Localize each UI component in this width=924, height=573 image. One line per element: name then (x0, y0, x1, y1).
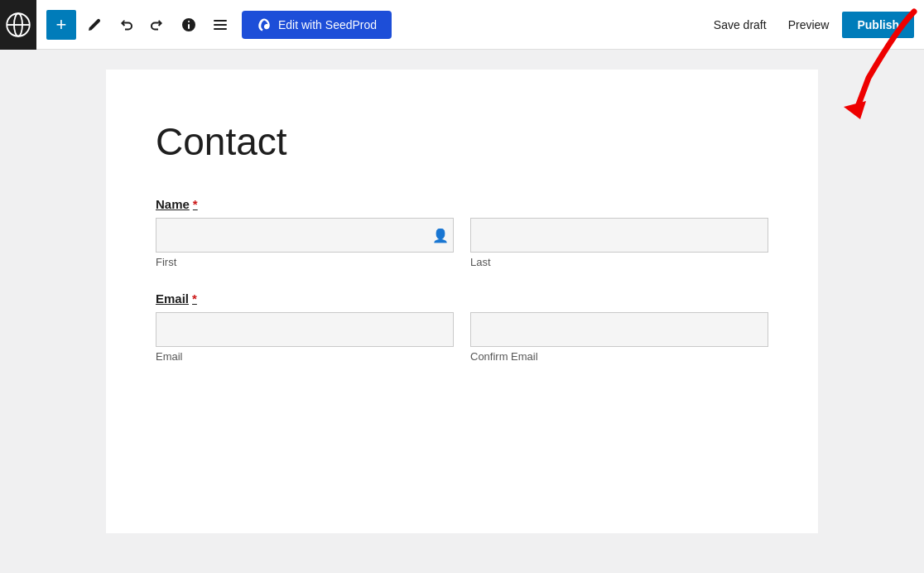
email-label: Email * (156, 291, 197, 306)
list-view-button[interactable] (207, 12, 233, 38)
editor-area: Contact Name * 👤 First Last (106, 70, 818, 533)
email-col: Email (156, 312, 454, 363)
name-required: * (193, 197, 198, 211)
name-label: Name * (156, 197, 198, 211)
last-name-input[interactable] (470, 218, 768, 253)
undo-button[interactable] (113, 12, 139, 38)
email-field-row: Email Confirm Email (156, 312, 768, 363)
redo-button[interactable] (144, 12, 171, 38)
first-name-sublabel: First (156, 256, 454, 268)
publish-area: Publish (842, 12, 914, 38)
topbar: + Edit with SeedProd Save draft Preview … (0, 0, 924, 50)
confirm-email-sublabel: Confirm Email (470, 350, 768, 363)
last-name-sublabel: Last (470, 256, 768, 268)
edit-icon-button[interactable] (81, 12, 108, 38)
confirm-email-col: Confirm Email (470, 312, 768, 363)
first-name-col: 👤 First (156, 218, 454, 268)
first-name-input-wrapper: 👤 (156, 218, 454, 253)
email-required: * (192, 291, 197, 306)
seedprod-button[interactable]: Edit with SeedProd (242, 11, 392, 39)
add-block-button[interactable]: + (46, 10, 76, 40)
publish-button[interactable]: Publish (842, 12, 914, 38)
email-field-section: Email * Email Confirm Email (156, 291, 768, 363)
wp-logo (0, 0, 36, 50)
email-input[interactable] (156, 312, 454, 347)
name-field-row: 👤 First Last (156, 218, 768, 268)
main-area: Contact Name * 👤 First Last (0, 70, 924, 573)
page-title: Contact (156, 119, 768, 164)
email-sublabel: Email (156, 350, 454, 363)
preview-button[interactable]: Preview (780, 13, 838, 36)
name-field-section: Name * 👤 First Last (156, 197, 768, 268)
confirm-email-input[interactable] (470, 312, 768, 347)
save-draft-button[interactable]: Save draft (705, 13, 775, 36)
last-name-col: Last (470, 218, 768, 268)
input-person-icon: 👤 (432, 228, 449, 243)
first-name-input[interactable] (156, 218, 454, 253)
info-button[interactable] (176, 12, 202, 38)
